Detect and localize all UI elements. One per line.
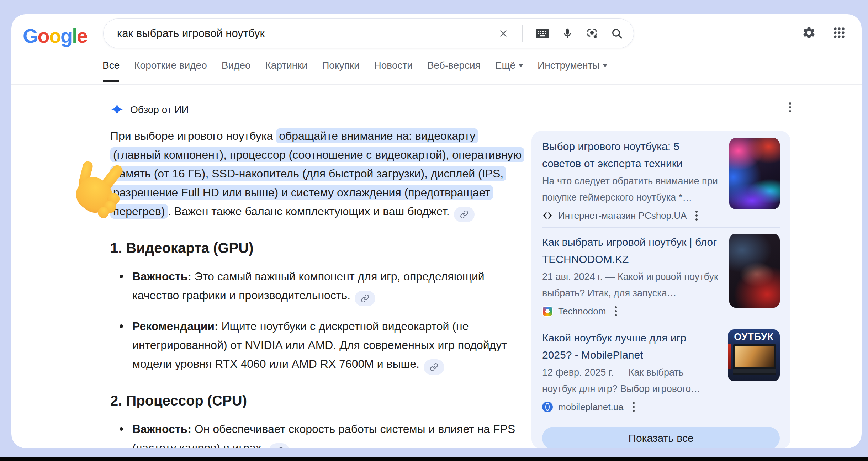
logo-letter: l (72, 25, 77, 47)
google-logo[interactable]: Google (23, 24, 87, 47)
logo-letter: g (60, 25, 72, 47)
ai-overview-more-icon[interactable] (785, 101, 795, 114)
panel-divider (542, 227, 780, 228)
chevron-down-icon (519, 64, 523, 69)
source-snippet: 21 авг. 2024 г. — Какой игровой ноутбук … (542, 269, 720, 301)
list-item: Важность: Он обеспечивает скорость работ… (110, 420, 525, 448)
card-more-icon[interactable] (629, 401, 638, 413)
source-title[interactable]: Выбор игрового ноутбука: 5 советов от эк… (542, 138, 720, 172)
apps-grid-icon[interactable] (832, 26, 846, 39)
list-item: Важность: Это самый важный компонент для… (110, 267, 525, 306)
tab-all[interactable]: Все (102, 60, 120, 82)
citation-link-icon[interactable] (269, 443, 290, 448)
intro-text: . Важен также баланс комплектующих и ваш… (168, 205, 450, 218)
search-divider (522, 25, 523, 42)
ai-overview-body: При выборе игрового ноутбука обращайте в… (110, 127, 525, 448)
gear-icon[interactable] (802, 26, 816, 40)
tab-videos[interactable]: Видео (222, 60, 251, 82)
tab-web[interactable]: Веб-версия (427, 60, 481, 82)
card-more-icon[interactable] (611, 305, 620, 318)
source-name: Technodom (558, 306, 606, 317)
logo-letter: e (77, 25, 87, 47)
card-more-icon[interactable] (692, 209, 701, 222)
keyboard-icon[interactable] (536, 29, 549, 38)
tabs-divider (11, 84, 862, 85)
citation-link-icon[interactable] (355, 291, 375, 306)
sources-panel: Выбор игрового ноутбука: 5 советов от эк… (531, 131, 790, 448)
tab-tools[interactable]: Инструменты (538, 60, 607, 82)
technodom-rainbow-icon (542, 306, 553, 317)
section-heading-gpu: 1. Видеокарта (GPU) (110, 239, 525, 256)
search-bar[interactable]: как выбрать игровой ноутбук (103, 18, 634, 48)
result-tabs: Все Короткие видео Видео Картинки Покупк… (102, 60, 607, 82)
lens-icon[interactable] (586, 27, 598, 39)
screen-bottom-edge (0, 457, 868, 461)
panel-divider (542, 323, 780, 323)
logo-letter: o (49, 25, 60, 47)
tab-short-videos[interactable]: Короткие видео (134, 60, 207, 82)
source-title[interactable]: Какой ноутбук лучше для игр 2025? - Mobi… (542, 329, 719, 364)
ai-overview-title: Обзор от ИИ (130, 104, 189, 116)
source-snippet: 12 февр. 2025 г. — Как выбрать ноутбук д… (542, 364, 719, 397)
clear-icon[interactable] (498, 28, 509, 39)
logo-letter: G (23, 25, 38, 47)
source-card-3[interactable]: Какой ноутбук лучше для игр 2025? - Mobi… (542, 329, 780, 413)
list-item: Рекомендации: Ищите ноутбуки с дискретно… (110, 317, 525, 375)
tab-news[interactable]: Новости (374, 60, 413, 82)
cpu-bullet-list: Важность: Он обеспечивает скорость работ… (110, 420, 525, 448)
thumbnail-banner-text: ОУТБУК (728, 332, 780, 343)
tab-shopping[interactable]: Покупки (322, 60, 359, 82)
ai-overview-intro: При выборе игрового ноутбука обращайте в… (110, 127, 525, 222)
gemini-sparkle-icon (110, 103, 124, 117)
section-heading-cpu: 2. Процессор (CPU) (110, 392, 525, 409)
globe-icon (542, 402, 553, 412)
source-thumbnail[interactable] (729, 234, 780, 308)
source-thumbnail[interactable]: ОУТБУК (728, 329, 780, 381)
panel-divider (542, 419, 780, 419)
source-title[interactable]: Как выбрать игровой ноутбук | блог TECHN… (542, 234, 720, 268)
tab-more[interactable]: Ещё (495, 60, 523, 82)
search-input[interactable]: как выбрать игровой ноутбук (117, 27, 498, 40)
intro-text: При выборе игрового ноутбука (110, 129, 276, 142)
chevron-down-icon (603, 64, 607, 69)
source-name: mobileplanet.ua (558, 402, 624, 413)
source-card-1[interactable]: Выбор игрового ноутбука: 5 советов от эк… (542, 138, 780, 221)
source-thumbnail[interactable] (729, 138, 780, 209)
source-card-2[interactable]: Как выбрать игровой ноутбук | блог TECHN… (542, 234, 780, 317)
gpu-bullet-list: Важность: Это самый важный компонент для… (110, 267, 525, 375)
show-all-button[interactable]: Показать все (542, 427, 780, 448)
results-page-card: Google как выбрать игровой ноутбук (11, 14, 862, 448)
tab-images[interactable]: Картинки (265, 60, 308, 82)
citation-link-icon[interactable] (454, 207, 475, 222)
source-snippet: На что следует обратить внимание при пок… (542, 173, 720, 206)
mic-icon[interactable] (562, 28, 573, 39)
logo-letter: o (38, 25, 49, 47)
search-icon[interactable] (611, 27, 623, 39)
code-brackets-icon (542, 210, 553, 221)
source-name: Интернет-магазин PCshop.UA (558, 210, 687, 221)
ai-overview-header: Обзор от ИИ (110, 103, 189, 117)
citation-link-icon[interactable] (424, 359, 444, 375)
